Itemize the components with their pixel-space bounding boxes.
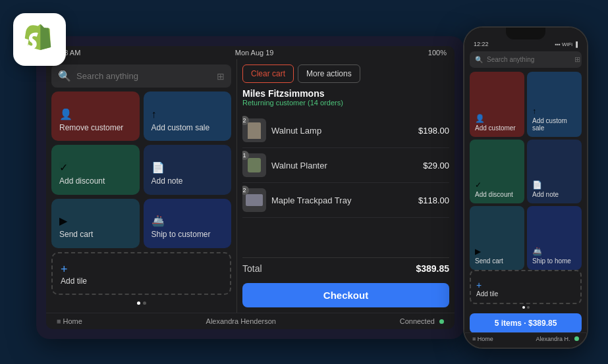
phone-home-label: Home	[478, 336, 493, 342]
add-tile-icon: +	[61, 263, 222, 276]
phone-ship-icon: 🚢	[532, 247, 576, 256]
add-tile-label: Add tile	[61, 276, 222, 286]
order-actions-bar: Clear cart More actions	[242, 65, 449, 83]
total-amount: $389.85	[416, 263, 449, 274]
item-price-3: $118.00	[418, 195, 449, 205]
tablet-device: 9:48 AM Mon Aug 19 100% 🔍 ⊞ 👤 Remove c	[36, 36, 464, 339]
tablet-right-panel: Clear cart More actions Miles Fitzsimmon…	[237, 59, 455, 313]
customer-name: Miles Fitzsimmons	[242, 88, 449, 99]
phone-add-discount-label: Add discount	[475, 191, 519, 198]
order-items-list: 2 Walnut Lamp $198.00 1 Walnut Planter $…	[242, 113, 449, 257]
phone-screen: 12:22 ▪▪▪ WiFi ▐ 🔍 ⊞ 👤 Add customer ↑ Ad…	[464, 28, 587, 348]
phone-search-icon: 🔍	[475, 56, 483, 63]
phone-scan-icon: ⊞	[574, 55, 580, 64]
search-icon: 🔍	[58, 70, 71, 82]
pagination-dot-2	[143, 301, 146, 305]
tablet-battery: 100%	[428, 49, 447, 57]
tablet-status-bar: 9:48 AM Mon Aug 19 100%	[46, 46, 455, 59]
ship-to-customer-label: Ship to customer	[152, 230, 224, 240]
remove-customer-tile[interactable]: 👤 Remove customer	[51, 91, 140, 141]
phone-user-status: Alexandra H.	[536, 336, 579, 342]
phone-action-grid: 👤 Add customer ↑ Add custom sale ✓ Add d…	[470, 72, 582, 270]
add-note-tile[interactable]: 📄 Add note	[144, 145, 232, 194]
add-custom-sale-label: Add custom sale	[152, 123, 224, 134]
tablet-search-bar[interactable]: 🔍 ⊞	[51, 65, 231, 88]
tablet-pagination	[51, 299, 231, 307]
add-discount-tile[interactable]: ✓ Add discount	[51, 145, 140, 194]
custom-sale-icon: ↑	[152, 109, 224, 120]
phone-connected-dot	[574, 336, 579, 341]
add-custom-sale-tile[interactable]: ↑ Add custom sale	[144, 91, 232, 141]
add-discount-label: Add discount	[59, 176, 132, 187]
clear-cart-button[interactable]: Clear cart	[242, 65, 294, 83]
tablet-action-grid: 👤 Remove customer ↑ Add custom sale ✓ Ad…	[51, 91, 231, 248]
phone-person-icon: 👤	[475, 114, 519, 123]
pagination-dot-1	[137, 301, 140, 305]
send-cart-icon: ▶	[59, 215, 132, 227]
phone-bottom-bar: ≡ Home Alexandra H.	[464, 332, 587, 348]
order-item-1: 2 Walnut Lamp $198.00	[242, 113, 449, 148]
customer-info: Miles Fitzsimmons Returning customer (14…	[242, 88, 449, 107]
total-label: Total	[242, 263, 262, 274]
phone-custom-sale-icon: ↑	[532, 107, 576, 116]
connected-label: Connected	[400, 317, 435, 325]
phone-time: 12:22	[474, 41, 489, 47]
phone-add-discount-tile[interactable]: ✓ Add discount	[470, 140, 524, 203]
phone-search-bar[interactable]: 🔍 ⊞	[470, 51, 582, 68]
item-thumb-tray: 2	[242, 188, 266, 212]
connected-dot	[439, 319, 444, 324]
phone-pagination	[470, 304, 582, 311]
add-note-label: Add note	[152, 176, 224, 187]
phone-ship-home-label: Ship to home	[532, 257, 576, 265]
phone-ship-home-tile[interactable]: 🚢 Ship to home	[527, 206, 582, 270]
phone-user: Alexandra H.	[536, 336, 570, 342]
connection-status: Connected	[400, 317, 444, 325]
ship-to-customer-tile[interactable]: 🚢 Ship to customer	[144, 199, 232, 248]
phone-search-input[interactable]	[487, 56, 570, 63]
order-item-2: 1 Walnut Planter $29.00	[242, 148, 449, 183]
phone-discount-icon: ✓	[475, 180, 519, 190]
customer-status: Returning customer (14 orders)	[242, 99, 449, 107]
phone-checkout-button[interactable]: 5 items · $389.85	[470, 313, 582, 333]
item-name-3: Maple Trackpad Tray	[271, 195, 413, 205]
phone-add-tile-button[interactable]: + Add tile	[470, 270, 582, 304]
phone-add-note-tile[interactable]: 📄 Add note	[527, 140, 582, 203]
home-nav[interactable]: ≡ Home	[57, 317, 82, 325]
tablet-date: Mon Aug 19	[235, 49, 274, 57]
phone-signal: ▪▪▪ WiFi ▐	[555, 41, 578, 47]
ship-icon: 🚢	[152, 215, 224, 227]
checkout-button[interactable]: Checkout	[242, 283, 449, 307]
phone-add-customer-tile[interactable]: 👤 Add customer	[470, 72, 524, 137]
shopify-logo	[13, 13, 66, 66]
phone-send-cart-icon: ▶	[475, 247, 519, 256]
item-name-2: Walnut Planter	[271, 161, 418, 170]
order-total-bar: Total $389.85	[242, 257, 449, 279]
order-item-3: 2 Maple Trackpad Tray $118.00	[242, 183, 449, 218]
phone-add-customer-label: Add customer	[475, 124, 519, 132]
item-thumb-planter: 1	[242, 153, 266, 177]
phone-home-icon: ≡	[472, 336, 476, 342]
phone-notch	[506, 28, 545, 39]
add-tile-button[interactable]: + Add tile	[51, 252, 231, 295]
send-cart-tile[interactable]: ▶ Send cart	[51, 199, 140, 248]
phone-home-nav[interactable]: ≡ Home	[472, 336, 493, 342]
send-cart-label: Send cart	[59, 230, 132, 240]
phone-send-cart-label: Send cart	[475, 257, 519, 265]
item-name-1: Walnut Lamp	[271, 126, 413, 136]
item-thumb-lamp: 2	[242, 118, 266, 142]
phone-add-note-label: Add note	[532, 191, 576, 198]
discount-icon: ✓	[59, 161, 132, 174]
phone-dot-1	[522, 306, 525, 309]
phone-send-cart-tile[interactable]: ▶ Send cart	[470, 206, 524, 270]
tablet-left-panel: 🔍 ⊞ 👤 Remove customer ↑ Add custom sale	[46, 59, 237, 313]
more-actions-button[interactable]: More actions	[298, 65, 360, 83]
phone-add-custom-sale-tile[interactable]: ↑ Add custom sale	[527, 72, 582, 137]
phone-add-custom-sale-label: Add custom sale	[532, 117, 576, 132]
phone-note-icon: 📄	[532, 180, 576, 190]
search-input[interactable]	[76, 71, 211, 81]
note-icon: 📄	[152, 161, 224, 174]
item-price-1: $198.00	[418, 126, 449, 136]
person-remove-icon: 👤	[59, 108, 132, 120]
item-price-2: $29.00	[423, 161, 449, 170]
phone-dot-2	[527, 306, 530, 309]
